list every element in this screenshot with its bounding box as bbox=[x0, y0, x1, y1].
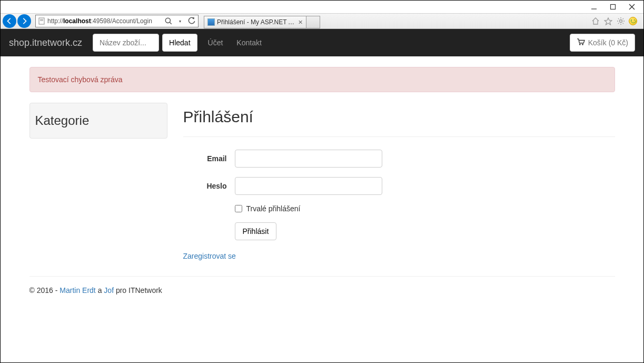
search-form: Hledat bbox=[93, 34, 197, 52]
window-minimize-button[interactable] bbox=[584, 1, 603, 13]
cart-label: Košík (0 Kč) bbox=[588, 38, 628, 47]
sidebar-panel: Kategorie bbox=[29, 103, 167, 139]
footer-text: © 2016 - Martin Erdt a Jof pro ITNetwork bbox=[29, 286, 615, 295]
svg-point-11 bbox=[582, 44, 583, 45]
svg-point-10 bbox=[579, 44, 581, 45]
settings-icon[interactable] bbox=[616, 16, 626, 26]
error-alert: Testovací chybová zpráva bbox=[29, 67, 615, 92]
window-maximize-button[interactable] bbox=[603, 1, 622, 13]
svg-point-7 bbox=[165, 18, 170, 23]
sidebar-title: Kategorie bbox=[35, 113, 162, 128]
register-link[interactable]: Zaregistrovat se bbox=[183, 252, 236, 260]
svg-line-8 bbox=[170, 22, 171, 24]
svg-point-9 bbox=[620, 20, 622, 23]
cart-button[interactable]: Košík (0 Kč) bbox=[570, 34, 635, 52]
brand-link[interactable]: shop.itnetwork.cz bbox=[9, 37, 82, 48]
back-button[interactable] bbox=[3, 14, 16, 28]
page-title: Přihlášení bbox=[183, 108, 615, 126]
search-button[interactable]: Hledat bbox=[162, 34, 197, 52]
login-button[interactable]: Přihlásit bbox=[235, 222, 277, 240]
address-bar[interactable]: http://localhost:49598/Account/Login ▾ bbox=[35, 15, 199, 27]
footer-author1-link[interactable]: Martin Erdt bbox=[60, 286, 95, 295]
login-form: Email Heslo Trvalé přihlášení bbox=[183, 150, 476, 240]
window-titlebar bbox=[1, 1, 643, 13]
email-field[interactable] bbox=[235, 150, 382, 168]
password-label: Heslo bbox=[183, 182, 235, 190]
password-field[interactable] bbox=[235, 177, 382, 195]
tab-title: Přihlášení - My ASP.NET Ap... bbox=[217, 18, 296, 26]
page-icon bbox=[38, 17, 45, 25]
alert-message: Testovací chybová zpráva bbox=[38, 75, 123, 84]
dropdown-icon[interactable]: ▾ bbox=[176, 17, 184, 25]
footer-author2-link[interactable]: Jof bbox=[104, 286, 114, 295]
svg-rect-4 bbox=[39, 18, 44, 24]
window-close-button[interactable] bbox=[622, 1, 641, 13]
tab-favicon bbox=[207, 18, 215, 26]
footer-divider bbox=[29, 276, 615, 277]
browser-tab[interactable]: Přihlášení - My ASP.NET Ap... ✕ bbox=[204, 16, 306, 28]
site-navbar: shop.itnetwork.cz Hledat Účet Kontakt Ko… bbox=[1, 29, 643, 56]
smiley-icon[interactable] bbox=[629, 17, 637, 25]
url-text: http://localhost:49598/Account/Login bbox=[47, 17, 161, 25]
browser-toolbar: http://localhost:49598/Account/Login ▾ P… bbox=[1, 13, 643, 29]
nav-link-account[interactable]: Účet bbox=[208, 38, 223, 47]
refresh-icon[interactable] bbox=[187, 17, 196, 25]
search-input[interactable] bbox=[93, 34, 159, 52]
divider bbox=[183, 136, 615, 137]
cart-icon bbox=[577, 38, 585, 47]
remember-label: Trvalé přihlášení bbox=[246, 204, 301, 213]
nav-link-contact[interactable]: Kontakt bbox=[236, 38, 261, 47]
favorites-icon[interactable] bbox=[603, 16, 613, 26]
remember-checkbox[interactable] bbox=[235, 205, 242, 212]
new-tab-button[interactable] bbox=[306, 16, 320, 28]
svg-rect-1 bbox=[611, 5, 616, 9]
home-icon[interactable] bbox=[591, 16, 600, 26]
forward-button[interactable] bbox=[17, 14, 31, 28]
email-label: Email bbox=[183, 154, 235, 163]
tab-close-icon[interactable]: ✕ bbox=[298, 19, 303, 26]
search-icon[interactable] bbox=[164, 17, 173, 25]
